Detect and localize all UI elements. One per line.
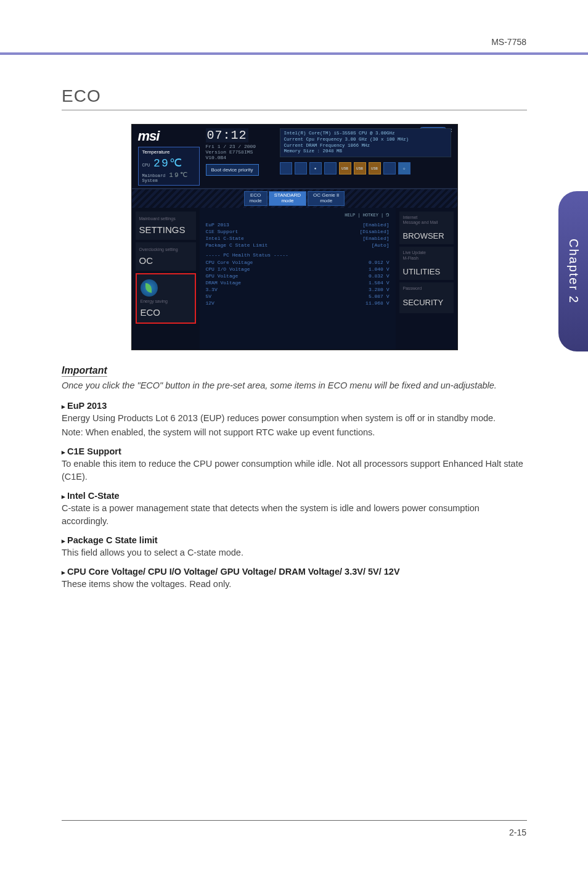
settings-sublabel: Mainboard settings: [139, 216, 192, 221]
bios-clock: 07:12: [206, 128, 248, 142]
bios-setting-row[interactable]: EuP 2013[Enabled]: [206, 221, 390, 228]
bios-date: Fri 1 / 23 / 2009: [206, 144, 274, 149]
eco-mode-tab[interactable]: ECO mode: [244, 191, 267, 206]
bios-center: HELP | HOTKEY | ⅁ EuP 2013[Enabled]C1E S…: [200, 208, 396, 350]
bios-screenshot: F12 Language X msi Temperature CPU 29℃ M…: [131, 124, 458, 350]
pkg-body: This field allows you to select a C-stat…: [62, 546, 527, 559]
utilities-sublabel: Live Update M-Flash: [403, 250, 450, 261]
chapter-tab-label: Chapter 2: [566, 239, 581, 304]
bios-health-row: 12V11.968 V: [206, 300, 390, 306]
footer-rule: [62, 820, 527, 821]
bios-health-row: DRAM Voltage1.504 V: [206, 279, 390, 286]
dram-freq: Current DRAM Frequency 1066 MHz: [284, 143, 447, 149]
oc-sublabel: Overclocking setting: [139, 247, 192, 252]
boot-dev-icon[interactable]: [295, 162, 307, 175]
bios-health-row: CPU Core Voltage0.912 V: [206, 259, 390, 266]
eup-body-2: Note: When enabled, the system will not …: [62, 426, 527, 439]
side-settings-panel[interactable]: Mainboard settings SETTINGS: [136, 212, 196, 240]
oc-genie-mode-tab[interactable]: OC Genie II mode: [308, 191, 345, 206]
content-area: ECO F12 Language X msi Temperature CPU 2…: [62, 86, 527, 591]
bios-info-col: Intel(R) Core(TM) i5-3550S CPU @ 3.00GHz…: [280, 128, 451, 186]
standard-mode-tab[interactable]: STANDARD mode: [269, 191, 306, 206]
eco-leaf-icon: [145, 283, 152, 293]
important-heading: Important: [62, 365, 107, 377]
eco-globe-icon: [141, 279, 158, 297]
boot-dev-usb-icon[interactable]: USB: [354, 162, 366, 175]
temperature-box: Temperature CPU 29℃ Mainboard System 19℃: [138, 147, 200, 186]
boot-device-icons: ● USB USB USB ☼: [280, 162, 451, 175]
page-number: 2-15: [509, 828, 526, 837]
eco-settings-list: EuP 2013[Enabled]C1E Support[Disabled]In…: [206, 221, 390, 248]
cpu-freq: Current Cpu Frequency 3.00 GHz (30 x 100…: [284, 137, 447, 143]
bios-setting-row[interactable]: C1E Support[Disabled]: [206, 228, 390, 235]
voltages-body: These items show the voltages. Read only…: [62, 578, 527, 591]
boot-dev-icon[interactable]: [280, 162, 292, 175]
boot-dev-icon[interactable]: ●: [309, 162, 322, 175]
corner-icon[interactable]: ☼: [398, 162, 410, 175]
header-rule: [0, 52, 588, 55]
cpu-temp: 29℃: [153, 156, 183, 170]
bios-right-side: Internet Message and Mail BROWSER Live U…: [396, 208, 457, 350]
security-sublabel: Password: [403, 286, 450, 291]
eco-sublabel: Energy saving: [141, 299, 191, 303]
bios-version: Version E7758IMS V10.0B4: [206, 149, 274, 160]
pc-health-list: CPU Core Voltage0.912 VCPU I/O Voltage1.…: [206, 259, 390, 306]
bios-setting-row[interactable]: Intel C-State[Enabled]: [206, 235, 390, 242]
chapter-tab: Chapter 2: [558, 191, 588, 351]
bios-brand-col: msi Temperature CPU 29℃ Mainboard System…: [138, 128, 200, 186]
mb-tag: Mainboard System: [142, 173, 166, 183]
security-label: SECURITY: [403, 298, 450, 307]
eup-body-1: Energy Using Products Lot 6 2013 (EUP) r…: [62, 412, 527, 425]
cstate-body: C-state is a power management state that…: [62, 502, 527, 528]
bios-health-row: GPU Voltage0.832 V: [206, 273, 390, 279]
boot-dev-usb-icon[interactable]: USB: [339, 162, 351, 175]
side-oc-panel[interactable]: Overclocking setting OC: [136, 242, 196, 271]
boot-dev-icon[interactable]: [383, 162, 396, 175]
cpu-model: Intel(R) Core(TM) i5-3550S CPU @ 3.00GHz: [284, 131, 447, 137]
help-hotkey-bar[interactable]: HELP | HOTKEY | ⅁: [206, 212, 390, 221]
cpu-tag: CPU: [142, 163, 150, 168]
pc-health-separator: ----- PC Health Status -----: [206, 252, 390, 258]
side-utilities-panel[interactable]: Live Update M-Flash UTILITIES: [399, 247, 454, 280]
eco-label: ECO: [141, 307, 191, 318]
browser-label: BROWSER: [403, 231, 450, 240]
settings-label: SETTINGS: [139, 224, 192, 235]
mem-size: Memory Size : 2048 MB: [284, 149, 447, 155]
bios-top-bar: msi Temperature CPU 29℃ Mainboard System…: [132, 125, 457, 189]
side-browser-panel[interactable]: Internet Message and Mail BROWSER: [399, 212, 454, 245]
cstate-heading: Intel C-State: [62, 491, 527, 501]
boot-dev-usb-icon[interactable]: USB: [369, 162, 381, 175]
utilities-label: UTILITIES: [403, 267, 450, 276]
bios-main: Mainboard settings SETTINGS Overclocking…: [132, 208, 457, 350]
pkg-heading: Package C State limit: [62, 535, 527, 545]
bios-clock-col: 07:12 Fri 1 / 23 / 2009 Version E7758IMS…: [206, 128, 274, 186]
bios-mode-tabs: ECO mode STANDARD mode OC Genie II mode: [132, 189, 457, 208]
browser-sublabel: Internet Message and Mail: [403, 215, 450, 226]
msi-logo: msi: [138, 128, 200, 144]
bios-setting-row[interactable]: Package C State Limit[Auto]: [206, 242, 390, 248]
important-body: Once you click the "ECO" button in the p…: [62, 379, 527, 392]
mb-temp: 19℃: [169, 171, 188, 179]
temperature-label: Temperature: [142, 149, 195, 155]
bios-health-row: CPU I/O Voltage1.040 V: [206, 266, 390, 273]
oc-label: OC: [139, 255, 192, 266]
boot-dev-icon[interactable]: [324, 162, 337, 175]
c1e-body: To enable this item to reduce the CPU po…: [62, 458, 527, 483]
c1e-heading: C1E Support: [62, 446, 527, 456]
bios-left-side: Mainboard settings SETTINGS Overclocking…: [132, 208, 200, 350]
bios-health-row: 5V5.087 V: [206, 293, 390, 300]
eup-heading: EuP 2013: [62, 401, 527, 411]
doc-id: MS-7758: [0, 37, 588, 47]
side-eco-panel[interactable]: Energy saving ECO: [136, 273, 196, 324]
cpu-info-box: Intel(R) Core(TM) i5-3550S CPU @ 3.00GHz…: [280, 128, 451, 157]
boot-priority-button[interactable]: Boot device priority: [206, 164, 259, 176]
side-security-panel[interactable]: Password SECURITY: [399, 282, 454, 313]
bios-health-row: 3.3V3.280 V: [206, 286, 390, 293]
page-title: ECO: [62, 86, 527, 110]
voltages-heading: CPU Core Voltage/ CPU I/O Voltage/ GPU V…: [62, 567, 527, 577]
